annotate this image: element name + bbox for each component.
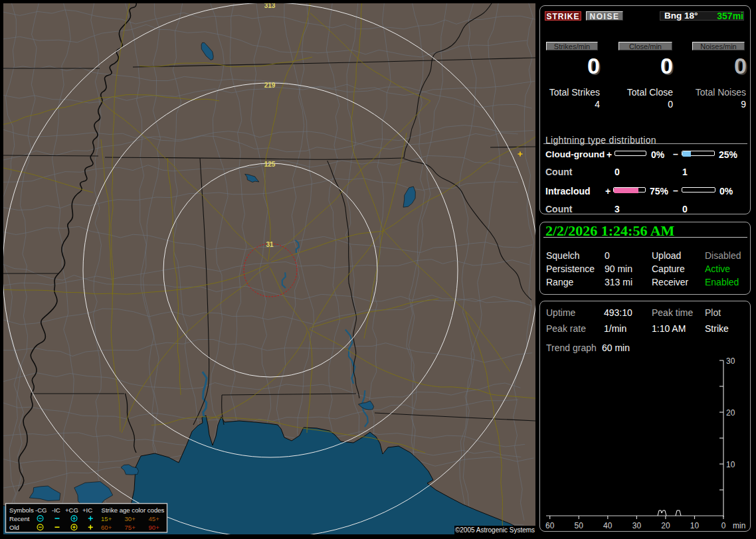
svg-text:75+: 75+ [125, 524, 136, 531]
svg-text:+IC: +IC [82, 506, 92, 514]
svg-text:60+: 60+ [101, 524, 112, 531]
svg-text:60: 60 [545, 521, 555, 530]
svg-text:30+: 30+ [125, 515, 136, 522]
svg-text:-CG: -CG [35, 506, 47, 514]
svg-text:15+: 15+ [101, 515, 112, 522]
svg-text:40: 40 [603, 521, 613, 530]
svg-text:Old: Old [9, 524, 19, 531]
svg-text:Recent: Recent [9, 515, 30, 522]
svg-text:30: 30 [726, 356, 735, 366]
svg-text:-IC: -IC [52, 506, 60, 514]
svg-text:0: 0 [721, 521, 726, 530]
svg-text:30: 30 [632, 521, 642, 530]
svg-text:90+: 90+ [149, 524, 160, 531]
svg-text:10: 10 [690, 521, 700, 530]
svg-text:+CG: +CG [65, 506, 78, 514]
svg-text:219: 219 [264, 82, 276, 89]
svg-text:31: 31 [266, 241, 274, 248]
svg-text:125: 125 [264, 161, 276, 168]
svg-text:min: min [733, 521, 745, 530]
svg-text:20: 20 [661, 521, 670, 530]
svg-text:45+: 45+ [149, 515, 160, 522]
svg-text:Strike age color codes: Strike age color codes [102, 506, 165, 514]
svg-text:50: 50 [575, 521, 584, 530]
svg-text:20: 20 [726, 408, 735, 418]
svg-text:10: 10 [726, 460, 735, 469]
svg-text:Symbols: Symbols [9, 506, 34, 514]
